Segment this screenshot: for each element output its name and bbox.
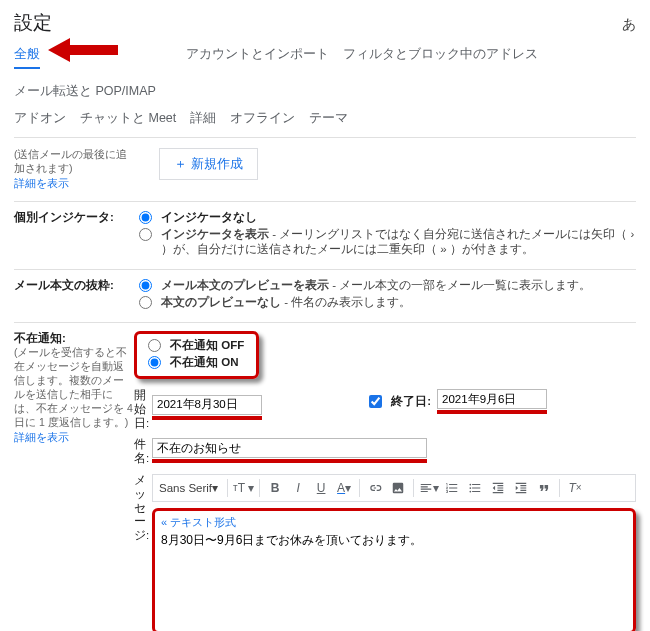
vacation-subject-label: 件名:: [134, 438, 152, 466]
remove-format-icon[interactable]: T×: [565, 478, 585, 498]
vacation-start-input[interactable]: [152, 395, 262, 415]
vacation-message-label: メッセージ:: [134, 474, 152, 543]
snippet-label: メール本文の抜粋:: [14, 279, 114, 291]
italic-button[interactable]: I: [288, 478, 308, 498]
tab-pop-imap[interactable]: メール転送と POP/IMAP: [14, 83, 156, 104]
font-family-select[interactable]: Sans Serif ▾: [159, 478, 222, 498]
snippet-show-radio[interactable]: [139, 279, 152, 292]
vacation-label: 不在通知:: [14, 332, 66, 344]
link-icon[interactable]: [365, 478, 385, 498]
annotation-highlight-message-body: « テキスト形式 8月30日〜9月6日までお休みを頂いております。: [152, 508, 636, 631]
signature-detail-link[interactable]: 詳細を表示: [14, 177, 69, 189]
vacation-on-radio[interactable]: [148, 356, 161, 369]
vacation-off-radio[interactable]: [148, 339, 161, 352]
tab-themes[interactable]: テーマ: [309, 110, 348, 131]
snippet-hide-label: 本文のプレビューなし: [161, 296, 281, 308]
numbered-list-icon[interactable]: [442, 478, 462, 498]
vacation-message-body[interactable]: 8月30日〜9月6日までお休みを頂いております。: [159, 530, 629, 625]
tab-filters-blocked[interactable]: フィルタとブロック中のアドレス: [343, 46, 538, 69]
align-icon[interactable]: ▾: [419, 478, 439, 498]
tab-chat-meet[interactable]: チャットと Meet: [80, 110, 176, 131]
chevron-down-icon: ▾: [212, 481, 218, 495]
indicator-show-label: インジケータを表示: [161, 228, 269, 240]
snippet-show-desc: - メール本文の一部をメール一覧に表示します。: [329, 279, 591, 291]
snippet-hide-desc: - 件名のみ表示します。: [281, 296, 411, 308]
indicator-none-radio[interactable]: [139, 211, 152, 224]
settings-tabs: 全般 ラベル 受信トレイ アカウントとインポート フィルタとブロック中のアドレス…: [14, 46, 636, 138]
indent-more-icon[interactable]: [511, 478, 531, 498]
vacation-on-label: 不在通知 ON: [170, 355, 238, 370]
vacation-hint: (メールを受信すると不在メッセージを自動返信します。複数のメールを送信した相手に…: [14, 346, 134, 430]
snippet-hide-radio[interactable]: [139, 296, 152, 309]
vacation-end-input[interactable]: [437, 389, 547, 409]
plain-text-link[interactable]: « テキスト形式: [161, 516, 236, 528]
indent-less-icon[interactable]: [488, 478, 508, 498]
underline-button[interactable]: U: [311, 478, 331, 498]
vacation-start-label: 開始日:: [134, 389, 152, 430]
vacation-subject-input[interactable]: [152, 438, 427, 458]
image-icon[interactable]: [388, 478, 408, 498]
font-size-button[interactable]: тT ▾: [233, 478, 254, 498]
page-title: 設定: [14, 10, 52, 36]
editor-toolbar: Sans Serif ▾ тT ▾ B I U A ▾: [152, 474, 636, 502]
vacation-off-label: 不在通知 OFF: [170, 338, 244, 353]
tab-advanced[interactable]: 詳細: [190, 110, 216, 131]
indicator-show-radio[interactable]: [139, 228, 152, 241]
tab-accounts-import[interactable]: アカウントとインポート: [186, 46, 329, 69]
text-color-button[interactable]: A ▾: [334, 478, 354, 498]
tab-addons[interactable]: アドオン: [14, 110, 66, 131]
vacation-end-label: 終了日:: [391, 394, 431, 409]
new-signature-button[interactable]: ＋ 新規作成: [159, 148, 258, 180]
tab-offline[interactable]: オフライン: [230, 110, 295, 131]
bold-button[interactable]: B: [265, 478, 285, 498]
bulleted-list-icon[interactable]: [465, 478, 485, 498]
snippet-show-label: メール本文のプレビューを表示: [161, 279, 329, 291]
indicator-none-label: インジケータなし: [161, 211, 257, 223]
vacation-end-enable-checkbox[interactable]: [369, 395, 382, 408]
annotation-highlight-vacation-toggle: 不在通知 OFF 不在通知 ON: [134, 331, 259, 379]
ime-indicator: あ: [622, 16, 636, 34]
indicator-label: 個別インジケータ:: [14, 211, 114, 223]
tab-general[interactable]: 全般: [14, 46, 40, 69]
signature-hint: (送信メールの最後に追加されます): [14, 148, 134, 176]
vacation-detail-link[interactable]: 詳細を表示: [14, 431, 69, 443]
quote-icon[interactable]: [534, 478, 554, 498]
